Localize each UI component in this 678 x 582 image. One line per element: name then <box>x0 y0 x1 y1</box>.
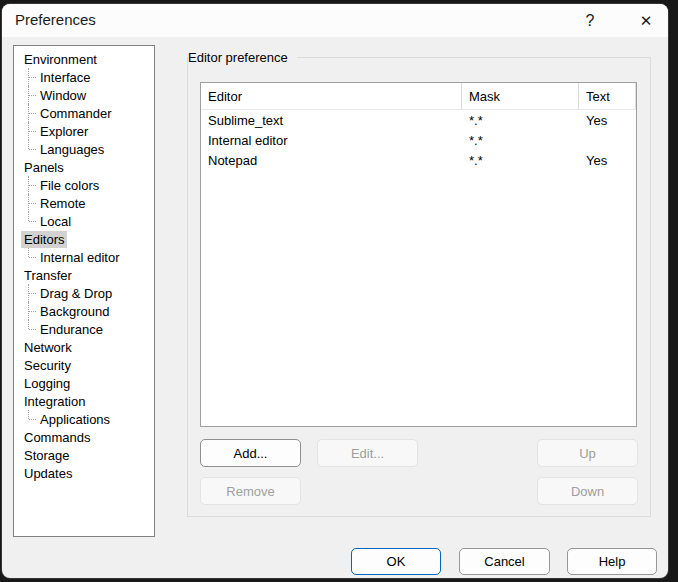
tree-connector-line <box>21 284 37 302</box>
column-header-mask[interactable]: Mask <box>462 83 579 109</box>
table-row[interactable]: Internal editor*.* <box>201 130 636 150</box>
tree-item-label: Storage <box>21 447 73 464</box>
tree-item-label: Security <box>21 357 74 374</box>
tree-item-label: Local <box>37 213 74 230</box>
tree-item-storage[interactable]: Storage <box>14 446 154 464</box>
editors-table: Editor Mask Text Sublime_text*.*YesInter… <box>200 82 637 427</box>
tree-item-label: Explorer <box>37 123 91 140</box>
tree-connector-line <box>21 104 37 122</box>
table-cell: Yes <box>579 113 636 128</box>
table-header-row: Editor Mask Text <box>201 83 636 110</box>
window-title: Preferences <box>15 11 96 28</box>
column-header-editor[interactable]: Editor <box>201 83 462 109</box>
table-body: Sublime_text*.*YesInternal editor*.*Note… <box>201 110 636 170</box>
table-cell: Notepad <box>201 153 462 168</box>
tree-item-label: Languages <box>37 141 107 158</box>
tree-connector-line <box>21 122 37 140</box>
tree-item-label: Editors <box>21 231 67 248</box>
table-cell: *.* <box>462 153 579 168</box>
tree-item-integration[interactable]: Integration <box>14 392 154 410</box>
tree-connector-line <box>21 248 37 266</box>
tree-connector-line <box>21 176 37 194</box>
tree-item-label: Integration <box>21 393 88 410</box>
tree-connector-line <box>21 302 37 320</box>
desktop-background: { "window": { "title": "Preferences", "h… <box>0 0 678 582</box>
tree-item-label: Updates <box>21 465 75 482</box>
tree-item-drag-drop[interactable]: Drag & Drop <box>14 284 154 302</box>
table-cell: *.* <box>462 113 579 128</box>
up-button[interactable]: Up <box>537 439 638 467</box>
tree-item-background[interactable]: Background <box>14 302 154 320</box>
tree-item-label: Commands <box>21 429 93 446</box>
editor-preference-group: Editor preference Editor Mask Text Subli… <box>187 57 651 517</box>
tree-item-remote[interactable]: Remote <box>14 194 154 212</box>
tree-item-label: Background <box>37 303 112 320</box>
tree-connector-line <box>21 212 37 230</box>
table-row[interactable]: Notepad*.*Yes <box>201 150 636 170</box>
tree-item-label: Window <box>37 87 89 104</box>
tree-item-window[interactable]: Window <box>14 86 154 104</box>
remove-button[interactable]: Remove <box>200 477 301 505</box>
tree-item-file-colors[interactable]: File colors <box>14 176 154 194</box>
tree-item-explorer[interactable]: Explorer <box>14 122 154 140</box>
tree-item-endurance[interactable]: Endurance <box>14 320 154 338</box>
column-header-text[interactable]: Text <box>579 83 636 109</box>
table-cell: Sublime_text <box>201 113 462 128</box>
tree-connector-line <box>21 410 37 428</box>
tree-connector-line <box>21 68 37 86</box>
tree-item-label: Logging <box>21 375 73 392</box>
tree-item-languages[interactable]: Languages <box>14 140 154 158</box>
preferences-dialog: Preferences ? ✕ EnvironmentInterfaceWind… <box>2 4 668 578</box>
tree-item-label: Network <box>21 339 75 356</box>
tree-item-label: Drag & Drop <box>37 285 115 302</box>
table-cell: *.* <box>462 133 579 148</box>
tree-item-label: Endurance <box>37 321 106 338</box>
table-cell: Internal editor <box>201 133 462 148</box>
close-button[interactable]: ✕ <box>628 4 664 37</box>
tree-item-label: Panels <box>21 159 67 176</box>
tree-item-label: Applications <box>37 411 113 428</box>
help-button[interactable]: ? <box>572 4 608 37</box>
question-mark-icon: ? <box>586 12 595 30</box>
tree-item-label: Remote <box>37 195 89 212</box>
tree-item-label: Internal editor <box>37 249 123 266</box>
cancel-button[interactable]: Cancel <box>459 548 550 575</box>
table-row[interactable]: Sublime_text*.*Yes <box>201 110 636 130</box>
tree-item-updates[interactable]: Updates <box>14 464 154 482</box>
tree-connector-line <box>21 194 37 212</box>
table-cell: Yes <box>579 153 636 168</box>
edit-button[interactable]: Edit... <box>317 439 418 467</box>
tree-item-editors[interactable]: Editors <box>14 230 154 248</box>
tree-item-label: Interface <box>37 69 94 86</box>
tree-item-security[interactable]: Security <box>14 356 154 374</box>
tree-item-interface[interactable]: Interface <box>14 68 154 86</box>
settings-tree: EnvironmentInterfaceWindowCommanderExplo… <box>13 45 155 537</box>
tree-item-internal-editor[interactable]: Internal editor <box>14 248 154 266</box>
group-title: Editor preference <box>188 49 297 66</box>
title-bar[interactable]: Preferences ? ✕ <box>2 4 668 37</box>
tree-item-label: Transfer <box>21 267 75 284</box>
tree-item-panels[interactable]: Panels <box>14 158 154 176</box>
ok-button[interactable]: OK <box>351 548 441 575</box>
close-icon: ✕ <box>640 12 653 30</box>
down-button[interactable]: Down <box>537 477 638 505</box>
tree-item-environment[interactable]: Environment <box>14 50 154 68</box>
tree-item-commander[interactable]: Commander <box>14 104 154 122</box>
tree-connector-line <box>21 140 37 158</box>
tree-connector-line <box>21 86 37 104</box>
tree-connector-line <box>21 320 37 338</box>
tree-item-commands[interactable]: Commands <box>14 428 154 446</box>
tree-item-applications[interactable]: Applications <box>14 410 154 428</box>
tree-item-transfer[interactable]: Transfer <box>14 266 154 284</box>
tree-item-logging[interactable]: Logging <box>14 374 154 392</box>
tree-item-local[interactable]: Local <box>14 212 154 230</box>
help-footer-button[interactable]: Help <box>567 548 657 575</box>
add-button[interactable]: Add... <box>200 439 301 467</box>
tree-item-network[interactable]: Network <box>14 338 154 356</box>
tree-item-label: File colors <box>37 177 102 194</box>
tree-item-label: Commander <box>37 105 115 122</box>
tree-item-label: Environment <box>21 51 100 68</box>
